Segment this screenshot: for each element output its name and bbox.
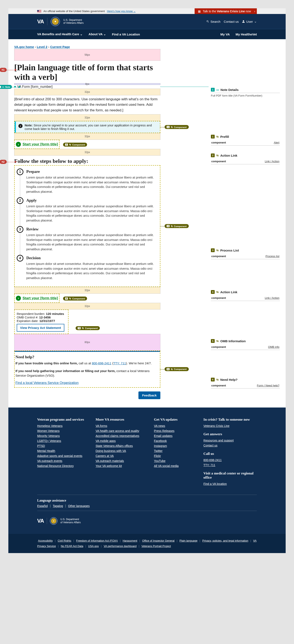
action-link-component-1: › Start your [form title] xyxy=(14,140,60,149)
footer-link[interactable]: PTSD xyxy=(37,444,91,448)
chevron-down-icon: ⌄ xyxy=(133,10,136,13)
find-vso-link[interactable]: Find a local Veterans Service Organizati… xyxy=(16,381,79,384)
step-body: Lorem ipsum dolor sit amet consectetur. … xyxy=(26,175,157,194)
steps-heading: Follow the steps below to apply: xyxy=(14,158,160,164)
footer-link[interactable]: Facebook xyxy=(154,439,198,442)
footer-col-heading: Get answers xyxy=(203,432,257,436)
footer-link[interactable]: Find a VA location xyxy=(203,482,257,486)
nav-about[interactable]: About VA ⌄ xyxy=(89,32,106,36)
va-seal-icon xyxy=(51,17,60,26)
legal-link[interactable]: Accessibility xyxy=(38,539,53,542)
nav-myva[interactable]: My VA xyxy=(220,32,230,36)
footer-link[interactable]: VA news xyxy=(154,424,198,428)
footer-link[interactable]: TTY: 711 xyxy=(203,464,257,467)
footer-link[interactable]: Resources and support xyxy=(203,439,257,442)
footer-link[interactable]: Twitter xyxy=(154,449,198,452)
arrow-right-circle-icon: › xyxy=(16,142,21,147)
user-menu[interactable]: User ⌄ xyxy=(242,20,257,23)
footer-link[interactable]: Adaptive sports and special events xyxy=(37,454,91,458)
bc-l2[interactable]: Level 2 xyxy=(37,45,47,48)
spacer-80: 80px xyxy=(14,334,160,350)
privacy-act-button[interactable]: View Privacy Act Statement xyxy=(17,324,64,332)
footer-link[interactable]: Instagram xyxy=(154,444,198,448)
legal-link[interactable]: Harassment xyxy=(123,539,137,542)
page-title: [Plain language title of form that start… xyxy=(14,63,160,82)
legal-link[interactable]: Privacy, policies, and legal information xyxy=(202,539,248,542)
footer-link[interactable]: VA mobile apps xyxy=(96,439,149,442)
feedback-button[interactable]: Feedback xyxy=(138,392,160,399)
rail-annotation: 4⇆Action Link componentLink / Action xyxy=(211,290,280,301)
crisis-line-button[interactable]: ▦ Talk to the Veterans Crisis Line now › xyxy=(195,8,257,14)
omb-component: Respondent burden: 120 minutes OMB Contr… xyxy=(14,310,69,334)
footer-link[interactable]: Flickr xyxy=(154,454,198,458)
legal-link[interactable]: Plain language xyxy=(179,539,197,542)
footer-col-heading: Get VA updates xyxy=(154,418,198,422)
footer-link[interactable]: 800-698-2411 xyxy=(203,458,257,462)
footer-link[interactable]: VA outreach materials xyxy=(96,459,149,462)
nav-find[interactable]: Find a VA Location xyxy=(112,32,140,36)
nav-benefits[interactable]: VA Benefits and Health Care ⌄ xyxy=(37,32,83,36)
footer-link[interactable]: Accredited claims representatives xyxy=(96,434,149,438)
footer-link[interactable]: All VA social media xyxy=(154,464,198,468)
step-body: Lorem ipsum dolor sit amet consectetur. … xyxy=(26,204,157,223)
search-button[interactable]: Search xyxy=(206,20,220,23)
footer-link[interactable]: LGBTQ+ Veterans xyxy=(37,439,91,442)
footer-link[interactable]: Your VA welcome kit xyxy=(96,464,149,468)
footer-link[interactable]: VA health care access and quality xyxy=(96,429,149,432)
process-step: 1 Prepare Lorem ipsum dolor sit amet con… xyxy=(17,168,157,197)
footer-link[interactable]: National Resource Directory xyxy=(37,464,91,468)
spacer-56: 56px xyxy=(14,49,160,61)
step-number: 1 xyxy=(17,168,23,175)
start-form-link-2[interactable]: › Start your [form title] xyxy=(15,294,59,302)
legal-link[interactable]: Office of Inspector General xyxy=(142,539,175,542)
chevron-down-icon: ⌄ xyxy=(80,32,83,36)
gov-how-link[interactable]: Here's how you know ⌄ xyxy=(107,10,136,13)
spacer-32: 32px xyxy=(14,89,160,95)
component-badge-4: 4⇆Component xyxy=(63,296,87,300)
footer-link[interactable]: State Veterans Affairs offices xyxy=(96,444,149,448)
footer-link[interactable]: Press Releases xyxy=(154,429,198,432)
bc-home[interactable]: VA.gov home xyxy=(14,45,34,48)
footer-link[interactable]: Minority Veterans xyxy=(37,434,91,438)
footer-link[interactable]: Veterans Crisis Line xyxy=(203,424,257,428)
dept-name-footer: U.S. Departmentof Veterans Affairs xyxy=(60,518,81,524)
footer-link[interactable]: YouTube xyxy=(154,459,198,462)
legal-link[interactable]: Civil Rights xyxy=(58,539,71,542)
component-badge-2: 2⇆Component xyxy=(63,143,87,146)
need-help-phone[interactable]: 800-698-2411 xyxy=(92,362,111,365)
omb-exp-label: Expiration date: xyxy=(17,319,39,323)
component-badge-5: 5⇆Component xyxy=(76,326,100,330)
rail-annotation: 3⇆Process List componentProcess list xyxy=(211,248,280,259)
contact-link[interactable]: Contact us xyxy=(224,20,239,23)
footer-link[interactable]: Doing business with VA xyxy=(96,449,149,452)
need-help-tty[interactable]: TTY: 711 xyxy=(113,362,126,365)
rail-annotation: 2⇆Action Link componentLink / Action xyxy=(211,154,280,164)
footer-link[interactable]: Careers at VA xyxy=(96,454,149,458)
process-step: 3 Review Lorem ipsum dolor sit amet cons… xyxy=(17,226,157,255)
legal-link[interactable]: No FEAR Act Data xyxy=(61,544,83,548)
footer-link[interactable]: Homeless Veterans xyxy=(37,424,91,428)
legal-link[interactable]: Freedom of Information Act (FOIA) xyxy=(76,539,118,542)
site-header: VA U.S. Departmentof Veterans Affairs Se… xyxy=(8,14,286,39)
lang-link[interactable]: Other languages xyxy=(68,504,90,508)
bc-current: Current Page xyxy=(50,45,70,48)
start-form-link[interactable]: › Start your [form title] xyxy=(15,140,59,148)
rail-annotation: 1⇆Prefill componentAlert xyxy=(211,135,280,146)
footer-link[interactable]: VA forms xyxy=(96,424,149,428)
footer-link[interactable]: Contact us xyxy=(203,444,257,447)
legal-link[interactable]: VA performance dashboard xyxy=(104,544,137,548)
footer-link[interactable]: Email updates xyxy=(154,434,198,438)
va-seal-icon-footer xyxy=(50,517,57,525)
lang-link[interactable]: Español xyxy=(37,504,48,508)
legal-link[interactable]: Veterans Portrait Project xyxy=(141,544,171,548)
footer-link[interactable]: Women Veterans xyxy=(37,429,91,432)
process-step: 4 Decision Lorem ipsum dolor sit amet co… xyxy=(17,255,157,284)
legal-link[interactable]: USA.gov xyxy=(88,544,99,548)
nav-myhealth[interactable]: My HealtheVet xyxy=(235,32,257,36)
process-step: 2 Apply Lorem ipsum dolor sit amet conse… xyxy=(17,197,157,226)
step-number: 3 xyxy=(17,226,23,233)
footer-link[interactable]: VA outreach events xyxy=(37,459,91,462)
lang-link[interactable]: Tagalog xyxy=(53,504,63,508)
footer-link[interactable]: Mental Health xyxy=(37,449,91,452)
omb-control-value: 12-3456 xyxy=(39,316,51,319)
